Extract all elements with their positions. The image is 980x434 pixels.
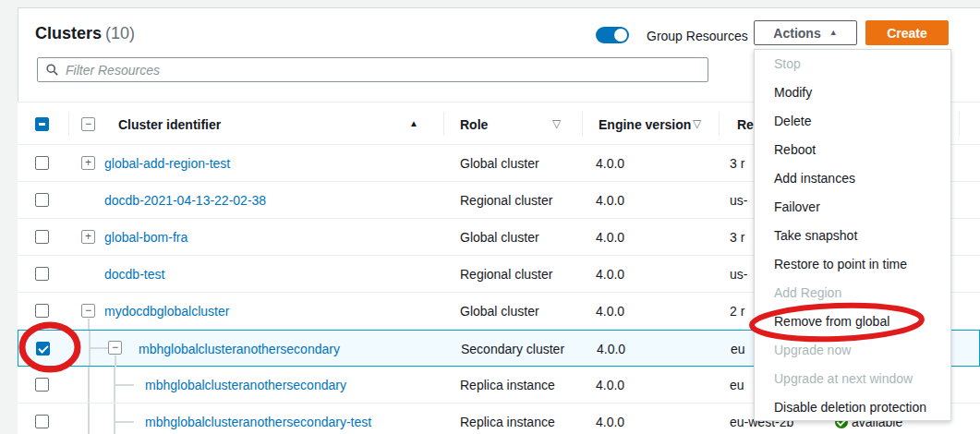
menu-item-upgrade-now: Upgrade now xyxy=(755,336,950,365)
group-resources-label: Group Resources xyxy=(647,29,748,43)
filter-input[interactable] xyxy=(66,63,699,78)
create-button-label: Create xyxy=(887,26,927,41)
region-cell: 2 r xyxy=(730,304,744,319)
engine-cell: 4.0.0 xyxy=(597,342,625,356)
menu-item-disable-deletion-protection[interactable]: Disable deletion protection xyxy=(755,393,950,422)
cluster-count: (10) xyxy=(105,24,135,42)
menu-item-upgrade-at-next-window: Upgrade at next window xyxy=(755,365,950,393)
column-header-cluster-identifier[interactable]: Cluster identifier xyxy=(118,117,221,132)
row-checkbox[interactable] xyxy=(35,193,49,207)
cluster-link[interactable]: mbhglobalclusteranothersecondary xyxy=(139,342,340,356)
actions-menu: Stop Modify Delete Reboot Add instances … xyxy=(754,49,951,421)
cluster-link[interactable]: global-add-region-test xyxy=(104,156,230,171)
menu-item-stop: Stop xyxy=(755,50,950,78)
region-cell: us- xyxy=(730,267,747,282)
cluster-link[interactable]: global-bom-fra xyxy=(104,230,188,245)
column-divider xyxy=(582,112,583,136)
role-cell: Regional cluster xyxy=(460,267,552,282)
column-divider xyxy=(443,112,444,136)
plus-glyph: + xyxy=(82,231,94,243)
row-checkbox[interactable] xyxy=(35,304,49,318)
role-cell: Global cluster xyxy=(460,304,539,319)
role-cell: Global cluster xyxy=(460,230,539,245)
create-button[interactable]: Create xyxy=(865,20,949,45)
sort-asc-icon: ▲ xyxy=(409,118,418,128)
tree-line xyxy=(114,421,134,423)
engine-cell: 4.0.0 xyxy=(596,378,624,392)
minus-glyph: − xyxy=(109,342,121,354)
engine-cell: 4.0.0 xyxy=(596,304,624,319)
expand-icon[interactable]: + xyxy=(81,230,95,244)
menu-item-remove-from-global[interactable]: Remove from global xyxy=(755,307,950,336)
collapse-icon[interactable]: − xyxy=(81,304,95,318)
plus-glyph: + xyxy=(82,157,94,169)
column-header-engine-version[interactable]: Engine version xyxy=(599,117,691,132)
actions-button-label: Actions xyxy=(773,26,820,41)
engine-cell: 4.0.0 xyxy=(596,230,624,245)
tree-line xyxy=(88,367,90,403)
role-cell: Replica instance xyxy=(460,378,555,392)
engine-cell: 4.0.0 xyxy=(596,415,624,429)
column-divider xyxy=(959,112,960,136)
page-title-text: Clusters xyxy=(35,24,102,42)
menu-item-add-region: Add Region xyxy=(755,279,950,307)
expand-icon[interactable]: + xyxy=(81,156,95,170)
menu-item-failover[interactable]: Failover xyxy=(755,193,950,222)
menu-item-take-snapshot[interactable]: Take snapshot xyxy=(755,222,950,250)
tree-line xyxy=(114,384,134,386)
filter-box xyxy=(37,57,708,82)
column-header-region[interactable]: Re xyxy=(737,117,754,132)
role-cell: Global cluster xyxy=(460,156,539,171)
region-cell: 3 r xyxy=(730,230,744,245)
tree-line xyxy=(88,319,90,330)
menu-item-restore-to-point-in-time[interactable]: Restore to point in time xyxy=(755,250,950,279)
column-divider xyxy=(68,112,69,136)
row-checkbox[interactable] xyxy=(35,267,49,281)
cluster-link[interactable]: docdb-2021-04-13-22-02-38 xyxy=(104,193,266,208)
tree-line xyxy=(114,404,115,434)
select-all-checkbox[interactable] xyxy=(35,117,49,131)
caret-up-icon: ▲ xyxy=(829,29,838,37)
instance-link[interactable]: mbhglobalclusteranothersecondary xyxy=(145,378,346,392)
menu-item-delete[interactable]: Delete xyxy=(755,107,950,136)
role-cell: Replica instance xyxy=(460,415,555,429)
tree-line xyxy=(89,347,108,349)
role-cell: Regional cluster xyxy=(460,193,552,208)
engine-cell: 4.0.0 xyxy=(596,267,624,282)
row-checkbox[interactable] xyxy=(35,230,49,244)
selected-row-checkbox[interactable] xyxy=(36,342,50,356)
cluster-link[interactable]: mydocdbglobalcluster xyxy=(104,304,229,319)
region-cell: us- xyxy=(730,193,747,208)
page-title: Clusters(10) xyxy=(35,24,135,43)
instance-link[interactable]: mbhglobalclusteranothersecondary-test xyxy=(145,415,371,429)
region-cell: eu xyxy=(731,342,745,356)
region-cell: 3 r xyxy=(730,156,744,171)
collapse-all-icon[interactable]: − xyxy=(81,117,95,131)
cluster-link[interactable]: docdb-test xyxy=(104,267,164,282)
minus-glyph: − xyxy=(82,118,94,130)
engine-cell: 4.0.0 xyxy=(596,156,624,171)
filter-icon-engine-version[interactable]: ▽ xyxy=(693,117,701,130)
menu-item-reboot[interactable]: Reboot xyxy=(755,136,950,164)
row-checkbox[interactable] xyxy=(35,378,49,392)
actions-button[interactable]: Actions ▲ xyxy=(754,20,857,45)
group-resources-toggle[interactable] xyxy=(596,27,629,43)
column-header-role[interactable]: Role xyxy=(460,117,488,132)
engine-cell: 4.0.0 xyxy=(596,193,624,208)
filter-icon-role[interactable]: ▽ xyxy=(552,117,561,130)
menu-item-add-instances[interactable]: Add instances xyxy=(755,164,950,193)
minus-glyph: − xyxy=(82,305,94,317)
role-cell: Secondary cluster xyxy=(461,342,564,356)
column-divider xyxy=(719,112,720,136)
row-checkbox[interactable] xyxy=(35,415,49,428)
clusters-page: Clusters(10) Group Resources Actions ▲ C… xyxy=(0,0,980,434)
region-cell: eu xyxy=(730,378,744,392)
tree-line xyxy=(88,404,90,434)
collapse-icon[interactable]: − xyxy=(108,341,122,355)
search-icon xyxy=(46,64,58,76)
menu-item-modify[interactable]: Modify xyxy=(755,78,950,107)
row-checkbox[interactable] xyxy=(35,156,49,170)
